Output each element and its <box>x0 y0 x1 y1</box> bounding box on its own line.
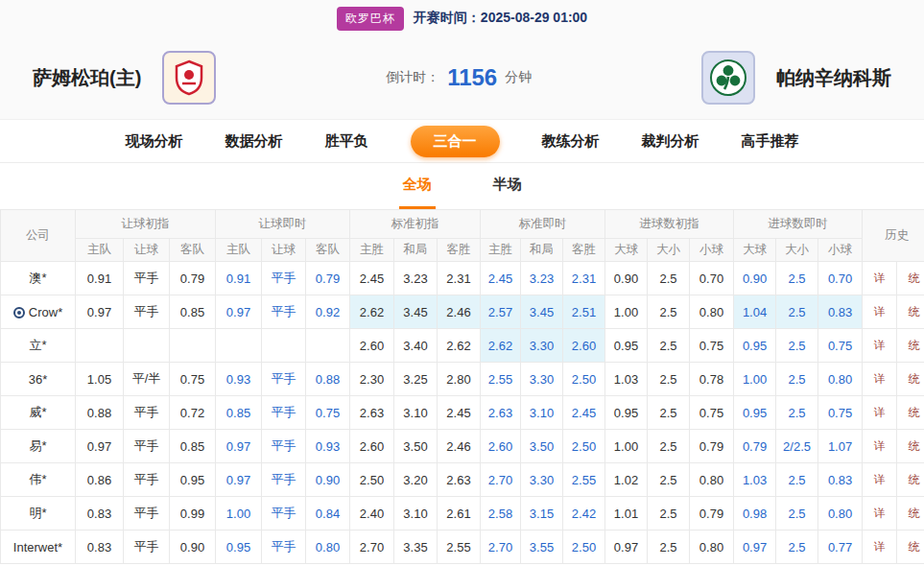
odds-cell: 2.62 <box>438 329 481 363</box>
odds-cell: 2.45 <box>438 396 481 430</box>
odds-cell: 2.31 <box>438 262 481 295</box>
history-cell[interactable]: 详 <box>863 396 897 430</box>
table-row: 澳*0.91平手0.790.91平手0.792.453.232.312.453.… <box>1 262 924 295</box>
odds-cell: 3.25 <box>394 363 438 396</box>
history-cell[interactable]: 详 <box>863 531 897 564</box>
history-cell[interactable]: 统 <box>897 329 924 363</box>
tab-expert-picks[interactable]: 高手推荐 <box>742 132 799 151</box>
odds-cell: 0.80 <box>818 363 863 396</box>
detail-link[interactable]: 详 <box>874 439 886 453</box>
odds-cell: 0.75 <box>818 396 863 430</box>
history-cell[interactable]: 详 <box>863 430 897 463</box>
odds-cell: 2.42 <box>563 497 605 531</box>
odds-cell: 0.93 <box>216 363 262 396</box>
countdown: 倒计时： 1156 分钟 <box>386 64 532 91</box>
history-cell[interactable]: 统 <box>897 463 924 497</box>
tab-referee-analysis[interactable]: 裁判分析 <box>642 132 699 151</box>
company-cell[interactable]: 36* <box>1 363 76 396</box>
tab-data-analysis[interactable]: 数据分析 <box>225 132 283 151</box>
history-cell[interactable]: 详 <box>863 262 897 295</box>
stats-link[interactable]: 统 <box>909 473 920 486</box>
company-cell[interactable]: 立* <box>1 329 76 363</box>
stats-link[interactable]: 统 <box>909 540 920 554</box>
company-cell[interactable]: Interwet* <box>1 531 76 564</box>
odds-cell: 3.45 <box>521 295 563 329</box>
history-cell[interactable]: 详 <box>863 295 897 329</box>
countdown-value: 1156 <box>447 64 497 91</box>
stats-link[interactable]: 统 <box>909 271 920 285</box>
detail-link[interactable]: 详 <box>874 305 886 318</box>
company-cell[interactable]: Crow* <box>1 295 76 329</box>
detail-link[interactable]: 详 <box>874 372 886 386</box>
table-row: 36*1.05平/半0.750.93平手0.882.303.252.802.55… <box>1 363 924 396</box>
odds-table: 公司 让球初指 让球即时 标准初指 标准即时 进球数初指 进球数即时 历史 主队… <box>0 209 924 564</box>
detail-link[interactable]: 详 <box>874 271 886 285</box>
history-cell[interactable]: 统 <box>897 363 924 396</box>
table-row: Crow*0.97平手0.850.97平手0.922.623.452.462.5… <box>1 295 924 329</box>
odds-cell: 3.30 <box>521 363 563 396</box>
tab-live-analysis[interactable]: 现场分析 <box>126 132 183 151</box>
detail-link[interactable]: 详 <box>874 406 886 419</box>
history-cell[interactable]: 统 <box>897 295 924 329</box>
history-cell[interactable]: 详 <box>863 329 897 363</box>
odds-cell: 2.70 <box>481 463 521 497</box>
history-cell[interactable]: 详 <box>863 363 897 396</box>
odds-cell: 3.10 <box>394 497 438 531</box>
stats-link[interactable]: 统 <box>909 305 920 318</box>
history-cell[interactable]: 统 <box>897 497 924 531</box>
stats-link[interactable]: 统 <box>909 507 920 520</box>
company-cell[interactable]: 威* <box>1 396 76 430</box>
stats-link[interactable]: 统 <box>909 406 920 419</box>
tab-win-draw-loss[interactable]: 胜平负 <box>325 132 368 151</box>
tab-coach-analysis[interactable]: 教练分析 <box>542 132 600 151</box>
company-name: 立* <box>29 338 46 352</box>
table-row: 威*0.88平手0.720.85平手0.752.633.102.452.633.… <box>1 396 924 430</box>
col-handicap-live: 让球即时 <box>216 210 350 239</box>
detail-link[interactable]: 详 <box>874 473 886 486</box>
group-header-row: 公司 让球初指 让球即时 标准初指 标准即时 进球数初指 进球数即时 历史 <box>1 210 924 239</box>
odds-cell: 2.5 <box>648 295 690 329</box>
odds-cell: 2.55 <box>481 363 521 396</box>
tab-full-match[interactable]: 全场 <box>399 163 436 209</box>
detail-link[interactable]: 详 <box>874 507 886 520</box>
odds-cell: 平手 <box>262 463 306 497</box>
odds-cell: 1.00 <box>605 430 648 463</box>
history-cell[interactable]: 统 <box>897 262 924 295</box>
odds-cell: 0.97 <box>216 430 262 463</box>
odds-cell <box>306 329 350 363</box>
odds-cell: 0.79 <box>690 497 734 531</box>
detail-link[interactable]: 详 <box>874 540 886 554</box>
stats-link[interactable]: 统 <box>909 372 920 386</box>
tab-half-match[interactable]: 半场 <box>489 163 526 209</box>
tab-three-in-one[interactable]: 三合一 <box>411 126 500 157</box>
odds-cell: 平手 <box>124 430 170 463</box>
history-cell[interactable]: 详 <box>863 463 897 497</box>
detail-link[interactable]: 详 <box>874 339 886 352</box>
history-cell[interactable]: 详 <box>863 497 897 531</box>
odds-cell: 0.97 <box>76 295 124 329</box>
odds-cell: 2.60 <box>350 430 394 463</box>
company-cell[interactable]: 易* <box>1 430 76 463</box>
stats-link[interactable]: 统 <box>909 339 920 352</box>
col-away: 客队 <box>170 239 216 262</box>
odds-cell <box>216 329 262 363</box>
odds-cell: 0.95 <box>216 531 262 564</box>
history-cell[interactable]: 统 <box>897 430 924 463</box>
history-cell[interactable]: 统 <box>897 396 924 430</box>
odds-cell: 1.02 <box>605 463 648 497</box>
company-cell[interactable]: 澳* <box>1 262 76 295</box>
odds-cell: 2.46 <box>438 430 481 463</box>
company-cell[interactable]: 伟* <box>1 463 76 497</box>
odds-cell: 1.00 <box>605 295 648 329</box>
odds-cell <box>124 329 170 363</box>
stats-link[interactable]: 统 <box>909 439 920 453</box>
odds-cell: 2.58 <box>481 497 521 531</box>
odds-cell: 0.93 <box>306 430 350 463</box>
odds-cell: 3.30 <box>521 463 563 497</box>
company-cell[interactable]: 明* <box>1 497 76 531</box>
odds-cell: 2.51 <box>563 295 605 329</box>
odds-cell: 2.46 <box>438 295 481 329</box>
history-cell[interactable]: 统 <box>897 531 924 564</box>
odds-cell: 0.79 <box>734 430 776 463</box>
odds-cell: 平手 <box>262 295 306 329</box>
